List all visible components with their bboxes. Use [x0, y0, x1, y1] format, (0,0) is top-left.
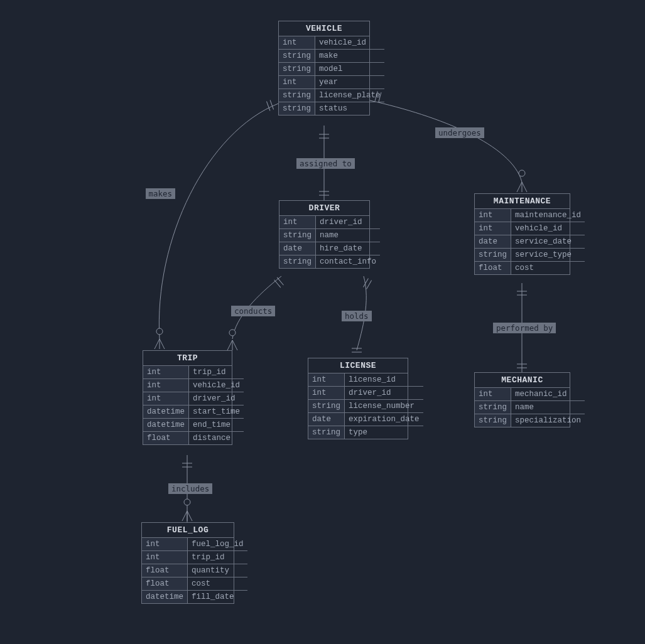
field-type: datetime — [143, 419, 189, 432]
field-type: string — [279, 89, 315, 102]
field-type: string — [279, 255, 316, 269]
entity-fields: intlicense_idintdriver_idstringlicense_n… — [308, 373, 423, 439]
entity-field-row: intmaintenance_id — [475, 209, 585, 222]
entity-field-row: stringlicense_plate — [279, 89, 384, 102]
svg-point-2 — [229, 330, 236, 336]
entity-title: DRIVER — [279, 201, 369, 216]
field-type: string — [308, 426, 345, 439]
entity-field-row: dateservice_date — [475, 235, 585, 249]
field-type: datetime — [143, 405, 189, 419]
field-type: int — [142, 551, 188, 564]
field-type: date — [308, 413, 345, 426]
field-name: fuel_log_id — [188, 538, 247, 551]
rel-label-undergoes: undergoes — [435, 127, 484, 138]
field-name: service_type — [511, 249, 585, 262]
entity-fields: inttrip_idintvehicle_idintdriver_iddatet… — [143, 366, 244, 444]
entity-field-row: intdriver_id — [143, 392, 244, 405]
field-type: date — [475, 235, 511, 249]
field-type: string — [279, 50, 315, 63]
entity-field-row: inttrip_id — [143, 366, 244, 379]
field-type: datetime — [142, 591, 188, 604]
rel-label-holds: holds — [342, 311, 372, 321]
field-name: driver_id — [189, 392, 244, 405]
field-name: quantity — [188, 564, 247, 577]
field-type: string — [475, 249, 511, 262]
field-name: end_time — [189, 419, 244, 432]
entity-title: MECHANIC — [475, 373, 570, 388]
field-type: string — [279, 229, 316, 242]
field-name: status — [315, 102, 384, 115]
entity-field-row: intfuel_log_id — [142, 538, 247, 551]
entity-title: FUEL_LOG — [142, 523, 234, 538]
entity-trip: TRIPinttrip_idintvehicle_idintdriver_idd… — [143, 350, 232, 445]
field-type: int — [279, 76, 315, 89]
entity-field-row: floatquantity — [142, 564, 247, 577]
entity-field-row: intvehicle_id — [143, 379, 244, 392]
field-type: string — [475, 414, 511, 427]
entity-vehicle: VEHICLEintvehicle_idstringmakestringmode… — [278, 21, 370, 115]
field-type: float — [142, 564, 188, 577]
entity-field-row: dateexpiration_date — [308, 413, 423, 426]
entity-driver: DRIVERintdriver_idstringnamedatehire_dat… — [279, 200, 370, 269]
entity-maintenance: MAINTENANCEintmaintenance_idintvehicle_i… — [474, 193, 570, 275]
entity-field-row: inttrip_id — [142, 551, 247, 564]
field-name: mechanic_id — [511, 388, 585, 401]
entity-field-row: floatdistance — [143, 432, 244, 445]
entity-field-row: stringcontact_info — [279, 255, 380, 269]
field-name: hire_date — [316, 242, 381, 255]
field-type: int — [475, 209, 511, 222]
field-name: fill_date — [188, 591, 247, 604]
entity-field-row: intvehicle_id — [279, 36, 384, 50]
field-type: int — [143, 366, 189, 379]
field-type: int — [143, 392, 189, 405]
entity-field-row: datetimeend_time — [143, 419, 244, 432]
field-name: maintenance_id — [511, 209, 585, 222]
rel-label-performed-by: performed by — [493, 323, 556, 333]
entity-field-row: intdriver_id — [279, 216, 380, 229]
entity-field-row: intyear — [279, 76, 384, 89]
field-type: float — [475, 262, 511, 275]
field-name: service_date — [511, 235, 585, 249]
field-type: int — [308, 387, 345, 400]
field-name: license_id — [345, 373, 423, 387]
entity-field-row: floatcost — [142, 577, 247, 591]
entity-field-row: stringspecialization — [475, 414, 585, 427]
entity-title: VEHICLE — [279, 21, 369, 36]
rel-label-conducts: conducts — [231, 306, 275, 316]
field-name: cost — [511, 262, 585, 275]
field-name: driver_id — [345, 387, 423, 400]
entity-field-row: datetimefill_date — [142, 591, 247, 604]
entity-field-row: stringmake — [279, 50, 384, 63]
field-name: name — [511, 401, 585, 414]
field-type: string — [279, 63, 315, 76]
svg-point-1 — [156, 328, 163, 335]
field-name: cost — [188, 577, 247, 591]
entity-fields: intvehicle_idstringmakestringmodelintyea… — [279, 36, 384, 115]
field-type: int — [143, 379, 189, 392]
entity-field-row: stringname — [475, 401, 585, 414]
field-name: vehicle_id — [315, 36, 384, 50]
entity-field-row: stringstatus — [279, 102, 384, 115]
rel-label-assigned-to: assigned to — [296, 158, 355, 169]
entity-field-row: intmechanic_id — [475, 388, 585, 401]
field-name: vehicle_id — [189, 379, 244, 392]
entity-field-row: stringlicense_number — [308, 400, 423, 413]
field-type: date — [279, 242, 316, 255]
entity-field-row: datehire_date — [279, 242, 380, 255]
field-name: license_number — [345, 400, 423, 413]
entity-field-row: intvehicle_id — [475, 222, 585, 235]
entity-mechanic: MECHANICintmechanic_idstringnamestringsp… — [474, 372, 570, 427]
field-name: start_time — [189, 405, 244, 419]
entity-license: LICENSEintlicense_idintdriver_idstringli… — [308, 358, 408, 439]
entity-title: LICENSE — [308, 358, 408, 373]
entity-field-row: stringservice_type — [475, 249, 585, 262]
field-type: float — [142, 577, 188, 591]
field-name: year — [315, 76, 384, 89]
field-type: string — [475, 401, 511, 414]
rel-label-makes: makes — [146, 188, 176, 199]
entity-fields: intmaintenance_idintvehicle_iddateservic… — [475, 209, 585, 274]
entity-fields: intfuel_log_idinttrip_idfloatquantityflo… — [142, 538, 247, 603]
field-name: license_plate — [315, 89, 384, 102]
svg-point-3 — [184, 499, 190, 505]
field-name: vehicle_id — [511, 222, 585, 235]
